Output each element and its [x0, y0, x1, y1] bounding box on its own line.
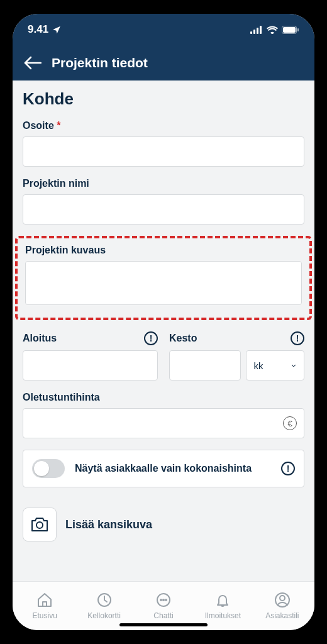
svg-point-15 [280, 596, 285, 601]
svg-rect-0 [250, 31, 252, 34]
camera-icon [30, 516, 49, 533]
svg-rect-6 [297, 28, 299, 31]
tab-label: Etusivu [33, 611, 57, 620]
total-price-toggle[interactable] [32, 459, 65, 478]
wifi-icon [267, 26, 278, 34]
location-icon [52, 25, 61, 34]
add-cover-button[interactable] [23, 508, 57, 541]
duration-unit-value: kk [254, 360, 263, 371]
svg-rect-3 [260, 26, 262, 34]
clock: 9.41 [28, 23, 48, 36]
tab-timecard[interactable]: Kellokortti [74, 591, 133, 620]
tab-label: Ilmoitukset [205, 611, 241, 620]
back-button[interactable] [24, 55, 42, 70]
tab-chat[interactable]: Chatti [134, 591, 193, 620]
bell-icon [214, 591, 231, 609]
battery-icon [282, 26, 299, 34]
cover-label: Lisää kansikuva [65, 518, 152, 531]
euro-icon: € [283, 416, 297, 430]
svg-point-12 [163, 599, 164, 601]
status-bar: 9.41 [13, 14, 314, 45]
chat-icon [155, 591, 172, 609]
svg-point-13 [165, 599, 167, 601]
total-price-toggle-row: Näytä asiakkaalle vain kokonaishinta ! [23, 450, 304, 487]
tab-notifications[interactable]: Ilmoitukset [193, 591, 252, 620]
svg-point-11 [160, 599, 162, 601]
tab-label: Asiakastili [265, 611, 299, 620]
start-field: Aloitus ! [23, 331, 158, 380]
duration-label: Kesto [169, 333, 197, 344]
cover-image-row: Lisää kansikuva [23, 501, 304, 554]
user-icon [274, 591, 291, 609]
section-title: Kohde [23, 89, 304, 109]
start-label: Aloitus [23, 333, 57, 344]
nav-bar: Projektin tiedot [13, 45, 314, 80]
tab-home[interactable]: Etusivu [15, 591, 74, 620]
hourly-field: Oletustuntihinta € [23, 392, 304, 438]
svg-rect-1 [253, 30, 255, 34]
chevron-down-icon: › [289, 364, 300, 367]
cellular-icon [250, 26, 263, 34]
start-input[interactable] [23, 350, 158, 380]
duration-input[interactable] [169, 350, 241, 380]
start-duration-row: Aloitus ! Kesto ! kk › [23, 331, 304, 392]
back-arrow-icon [24, 55, 42, 70]
status-right [250, 26, 299, 34]
info-icon[interactable]: ! [144, 331, 158, 345]
duration-field: Kesto ! kk › [169, 331, 304, 380]
address-label: Osoite * [23, 120, 304, 131]
required-asterisk: * [57, 120, 60, 131]
duration-unit-select[interactable]: kk › [246, 350, 304, 380]
hourly-input[interactable] [23, 408, 304, 438]
svg-rect-5 [283, 27, 296, 33]
toggle-knob [34, 461, 49, 476]
address-field: Osoite * [23, 120, 304, 167]
project-desc-label: Projektin kuvaus [25, 245, 302, 256]
content-area[interactable]: Kohde Osoite * Projektin nimi Projektin … [13, 80, 314, 581]
project-name-label: Projektin nimi [23, 178, 304, 189]
page-title: Projektin tiedot [52, 55, 148, 70]
project-desc-field: Projektin kuvaus [25, 245, 302, 308]
svg-point-8 [36, 522, 43, 528]
highlight-box: Projektin kuvaus [15, 236, 312, 320]
toggle-label: Näytä asiakkaalle vain kokonaishinta [75, 462, 271, 475]
home-icon [36, 591, 53, 609]
project-name-input[interactable] [23, 194, 304, 225]
tab-account[interactable]: Asiakastili [253, 591, 312, 620]
project-desc-input[interactable] [25, 261, 302, 305]
clock-icon [96, 591, 113, 609]
tab-label: Kellokortti [87, 611, 121, 620]
tab-label: Chatti [153, 611, 173, 620]
project-name-field: Projektin nimi [23, 178, 304, 225]
info-icon[interactable]: ! [281, 462, 295, 475]
status-left: 9.41 [28, 23, 61, 36]
info-icon[interactable]: ! [291, 331, 304, 345]
home-indicator[interactable] [119, 623, 208, 626]
hourly-label: Oletustuntihinta [23, 392, 304, 403]
svg-rect-2 [257, 28, 258, 34]
phone-frame: 9.41 Projektin tiedot Kohde Osoite * Pro… [13, 14, 314, 630]
address-input[interactable] [23, 136, 304, 167]
